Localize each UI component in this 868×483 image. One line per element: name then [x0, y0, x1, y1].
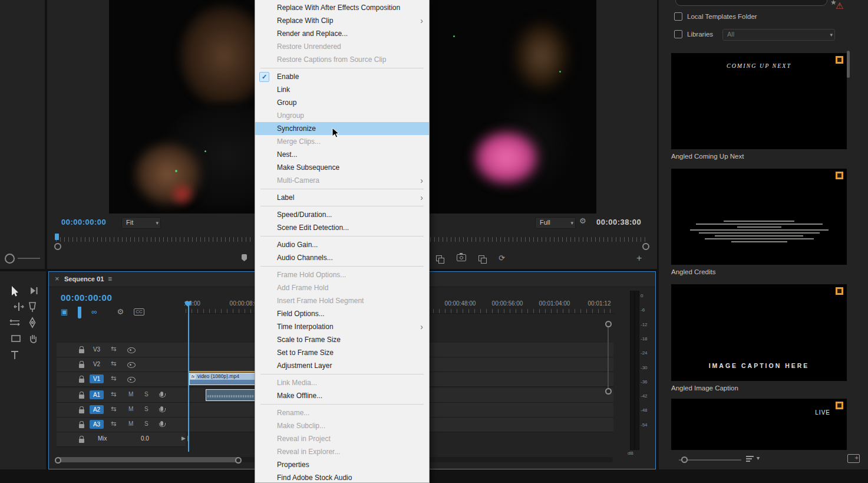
- vertical-scrollbar[interactable]: [608, 326, 609, 389]
- comparison-view-button[interactable]: [436, 255, 442, 261]
- template-card[interactable]: [671, 169, 847, 265]
- menu-item[interactable]: Label›: [255, 191, 429, 204]
- slip-tool[interactable]: [8, 316, 22, 330]
- program-zoom-select[interactable]: Full ▾: [535, 217, 576, 229]
- template-card[interactable]: LIVE: [671, 399, 847, 450]
- ripple-edit-tool[interactable]: [12, 300, 26, 314]
- voiceover-mic-icon[interactable]: [160, 421, 163, 426]
- track-header-a2[interactable]: A2⇆MS: [57, 403, 186, 418]
- lock-icon[interactable]: [79, 379, 84, 383]
- insert-button[interactable]: [478, 255, 484, 261]
- source-patch-icon[interactable]: ⇆: [111, 390, 116, 398]
- mute-button[interactable]: M: [128, 420, 133, 427]
- track-target-a1[interactable]: A1: [90, 390, 104, 399]
- track-target-a2[interactable]: A2: [90, 405, 104, 414]
- close-icon[interactable]: ×: [55, 274, 60, 283]
- lock-icon[interactable]: [79, 409, 84, 413]
- hand-tool[interactable]: [27, 332, 41, 346]
- linked-selection-icon[interactable]: ∞: [91, 307, 97, 317]
- lock-icon[interactable]: [79, 349, 84, 353]
- menu-item[interactable]: Find Adobe Stock Audio: [255, 471, 429, 483]
- menu-item[interactable]: Make Offline...: [255, 389, 429, 402]
- source-patch-icon[interactable]: ⇆: [111, 405, 116, 413]
- track-target-v3[interactable]: V3: [90, 345, 104, 354]
- add-marker-button[interactable]: [242, 254, 247, 261]
- mute-button[interactable]: M: [128, 391, 133, 397]
- timeline-playhead-timecode[interactable]: 00:00:00:00: [61, 293, 112, 303]
- menu-item[interactable]: Audio Gain...: [255, 238, 429, 251]
- sequence-tab[interactable]: Sequence 01: [64, 275, 104, 282]
- chevron-down-icon[interactable]: ▾: [757, 455, 760, 461]
- menu-item[interactable]: Adjustment Layer: [255, 359, 429, 372]
- menu-item[interactable]: Make Subsequence: [255, 161, 429, 174]
- source-zoom-handle[interactable]: [54, 243, 61, 250]
- solo-button[interactable]: S: [144, 391, 148, 397]
- settings-wrench-icon[interactable]: ⚙: [579, 216, 586, 225]
- lock-icon[interactable]: [79, 424, 84, 428]
- sort-filter-icon[interactable]: [746, 456, 754, 463]
- effect-slider[interactable]: [18, 258, 40, 259]
- menu-item[interactable]: Speed/Duration...: [255, 208, 429, 221]
- selection-tool[interactable]: [8, 284, 22, 298]
- type-tool[interactable]: [8, 348, 22, 362]
- voiceover-mic-icon[interactable]: [160, 406, 163, 411]
- vscroll-top-handle[interactable]: [605, 321, 612, 327]
- nest-toggle-icon[interactable]: ▣: [61, 307, 68, 317]
- vscroll-bottom-handle[interactable]: [605, 388, 612, 395]
- toggle-track-output-icon[interactable]: [127, 347, 136, 353]
- source-patch-icon[interactable]: ⇆: [111, 374, 116, 382]
- effect-dial-knob[interactable]: [5, 254, 15, 264]
- menu-item[interactable]: Render and Replace...: [255, 27, 429, 40]
- program-mini-timeline[interactable]: [430, 237, 646, 242]
- track-header-a3[interactable]: A3⇆MS: [57, 418, 186, 432]
- source-patch-icon[interactable]: ⇆: [111, 345, 116, 353]
- export-frame-button[interactable]: [457, 252, 466, 261]
- lock-icon[interactable]: [79, 439, 84, 443]
- template-card[interactable]: IMAGE CAPTION HERE: [671, 284, 847, 381]
- track-header-v1[interactable]: V1⇆: [57, 372, 186, 387]
- source-patch-icon[interactable]: ⇆: [111, 420, 116, 428]
- horizontal-scrollbar-thumb[interactable]: [57, 457, 239, 462]
- track-header-v3[interactable]: V3⇆: [57, 343, 186, 357]
- menu-item[interactable]: Enable✓: [255, 70, 429, 83]
- captions-icon[interactable]: CC: [134, 308, 144, 316]
- menu-item[interactable]: Replace With After Effects Composition: [255, 1, 429, 14]
- mix-track-header[interactable]: Mix 0.0 ▶❘: [57, 432, 186, 447]
- warning-icon[interactable]: ⚠: [836, 1, 843, 11]
- source-mini-timeline[interactable]: [56, 237, 254, 242]
- solo-button[interactable]: S: [144, 406, 148, 412]
- menu-item[interactable]: Scene Edit Detection...: [255, 221, 429, 234]
- snap-toggle[interactable]: [78, 307, 81, 317]
- menu-item[interactable]: Synchronize: [255, 122, 429, 135]
- audio-clip[interactable]: [206, 389, 256, 401]
- new-item-icon[interactable]: +: [847, 454, 860, 463]
- eg-scrollbar-thumb[interactable]: [847, 51, 850, 78]
- menu-item[interactable]: Scale to Frame Size: [255, 333, 429, 346]
- thumbnail-size-slider[interactable]: [679, 459, 741, 461]
- menu-item[interactable]: Set to Frame Size: [255, 346, 429, 359]
- menu-item[interactable]: Properties: [255, 458, 429, 471]
- rectangle-tool[interactable]: [9, 331, 23, 346]
- program-zoom-handle[interactable]: [642, 243, 649, 250]
- lock-icon[interactable]: [79, 395, 84, 399]
- menu-item[interactable]: Field Options...: [255, 307, 429, 320]
- template-card[interactable]: COMING UP NEXT: [671, 53, 847, 149]
- timeline-settings-icon[interactable]: ⚙: [117, 307, 124, 317]
- source-patch-icon[interactable]: ⇆: [111, 360, 116, 367]
- button-editor-plus[interactable]: +: [636, 253, 642, 264]
- solo-button[interactable]: S: [144, 420, 148, 427]
- local-templates-checkbox[interactable]: [674, 12, 682, 21]
- menu-item[interactable]: Audio Channels...: [255, 251, 429, 264]
- menu-item[interactable]: Nest...: [255, 148, 429, 161]
- source-zoom-select[interactable]: Fit ▾: [121, 217, 161, 229]
- mute-button[interactable]: M: [128, 406, 133, 412]
- hscroll-left-handle[interactable]: [55, 457, 61, 464]
- mix-gain-value[interactable]: 0.0: [141, 435, 149, 442]
- toggle-track-output-icon[interactable]: [127, 362, 136, 368]
- menu-item[interactable]: Link: [255, 83, 429, 96]
- track-target-v1[interactable]: V1: [90, 374, 104, 383]
- track-target-v2[interactable]: V2: [90, 360, 104, 369]
- video-clip[interactable]: video (1080p).mp4 fx: [189, 373, 256, 385]
- razor-tool[interactable]: [25, 300, 39, 314]
- menu-item[interactable]: Time Interpolation›: [255, 320, 429, 333]
